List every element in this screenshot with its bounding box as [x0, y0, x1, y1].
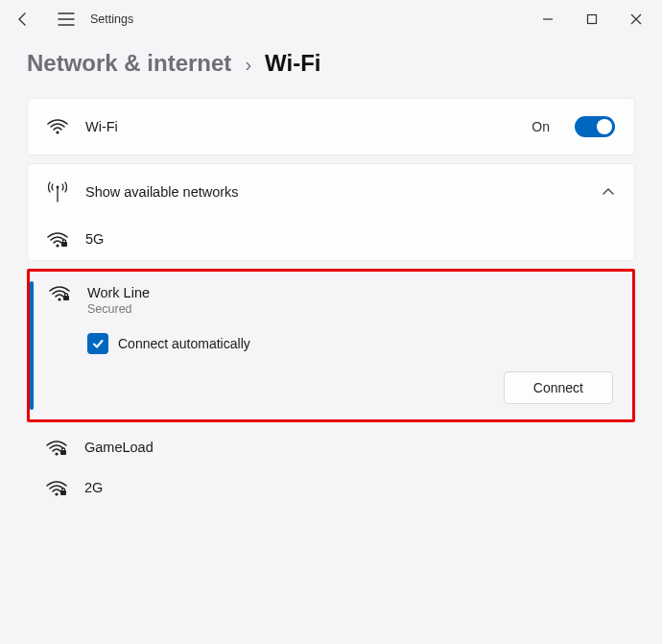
wifi-toggle-card[interactable]: Wi-Fi On: [27, 98, 635, 155]
maximize-icon: [586, 13, 598, 25]
connect-auto-label: Connect automatically: [118, 336, 250, 351]
network-item[interactable]: 5G: [28, 220, 634, 260]
back-button[interactable]: [4, 0, 42, 38]
network-name: Work Line: [87, 285, 150, 300]
svg-point-9: [55, 492, 58, 495]
antenna-icon: [47, 181, 68, 203]
svg-rect-4: [61, 242, 67, 247]
minimize-button[interactable]: [526, 0, 570, 38]
selection-indicator: [30, 281, 34, 410]
wifi-secure-icon: [46, 440, 67, 457]
titlebar: Settings: [0, 0, 662, 38]
network-item[interactable]: GameLoad: [27, 428, 635, 468]
checkmark-icon: [91, 337, 105, 350]
maximize-button[interactable]: [570, 0, 614, 38]
svg-point-1: [56, 131, 59, 133]
wifi-state-label: On: [532, 119, 550, 134]
connect-auto-checkbox[interactable]: [87, 333, 108, 354]
chevron-up-icon: [602, 187, 615, 197]
network-name: 5G: [85, 231, 104, 247]
show-available-label: Show available networks: [85, 184, 239, 200]
svg-rect-8: [60, 450, 66, 455]
svg-point-5: [58, 298, 60, 300]
svg-point-3: [56, 244, 59, 247]
wifi-label: Wi-Fi: [85, 119, 118, 134]
connect-button[interactable]: Connect: [504, 371, 613, 404]
network-item-selected[interactable]: Work Line Secured Connect automatically …: [30, 272, 632, 419]
network-item[interactable]: 2G: [27, 468, 635, 509]
breadcrumb-parent[interactable]: Network & internet: [27, 50, 231, 77]
wifi-toggle[interactable]: [575, 116, 615, 137]
svg-rect-10: [60, 490, 66, 495]
show-available-row[interactable]: Show available networks: [28, 164, 634, 220]
menu-button[interactable]: [56, 0, 77, 38]
svg-rect-6: [63, 296, 69, 300]
wifi-secure-icon: [47, 231, 68, 249]
wifi-secure-icon: [46, 480, 67, 497]
chevron-right-icon: ›: [245, 54, 251, 76]
network-security: Secured: [87, 302, 150, 316]
minimize-icon: [542, 13, 554, 25]
page-title: Wi-Fi: [265, 50, 320, 77]
breadcrumb: Network & internet › Wi-Fi: [27, 44, 635, 77]
svg-point-2: [57, 186, 59, 189]
svg-rect-0: [588, 15, 597, 24]
window-controls: [526, 0, 658, 38]
wifi-secure-icon: [49, 285, 70, 302]
selected-network-highlight: Work Line Secured Connect automatically …: [27, 269, 635, 422]
close-button[interactable]: [614, 0, 658, 38]
network-name: 2G: [84, 480, 103, 495]
available-networks-card: Show available networks 5G: [27, 163, 635, 261]
arrow-left-icon: [15, 12, 31, 27]
close-icon: [630, 13, 642, 25]
network-name: GameLoad: [84, 440, 154, 455]
wifi-icon: [47, 118, 68, 135]
app-title: Settings: [90, 12, 133, 26]
svg-point-7: [55, 452, 58, 455]
hamburger-icon: [58, 12, 75, 26]
